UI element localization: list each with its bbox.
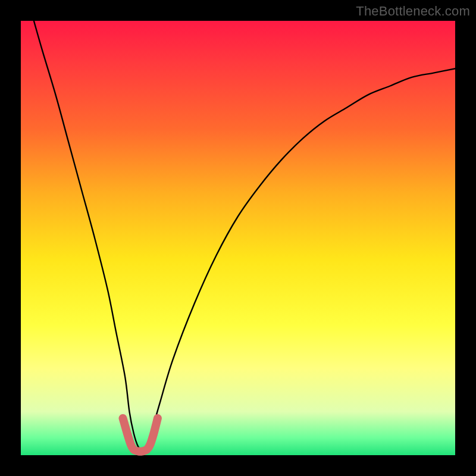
chart-plot-area	[21, 21, 455, 455]
watermark-text: TheBottleneck.com	[356, 4, 470, 19]
chart-svg	[21, 21, 455, 455]
bottleneck-curve	[34, 21, 455, 451]
fit-overlay	[123, 418, 158, 452]
